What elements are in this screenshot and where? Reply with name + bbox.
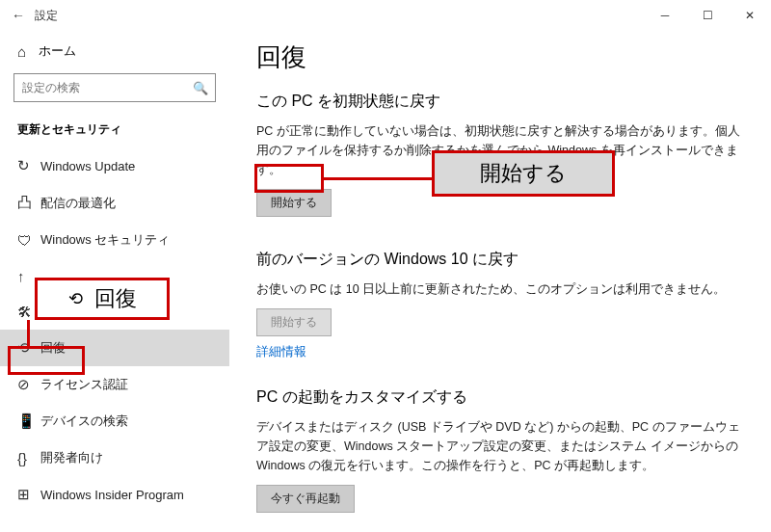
- close-button[interactable]: ✕: [729, 0, 771, 31]
- advanced-restart-button[interactable]: 今すぐ再起動: [256, 485, 355, 513]
- code-icon: {}: [17, 450, 40, 466]
- recovery-icon: ⟲: [68, 288, 83, 309]
- activation-icon: ⊘: [17, 376, 40, 393]
- sidebar-item-label: Windows Insider Program: [40, 488, 184, 502]
- delivery-icon: 凸: [17, 194, 40, 212]
- sidebar-item-insider[interactable]: ⊞ Windows Insider Program: [0, 476, 229, 513]
- sidebar-item-developers[interactable]: {} 開発者向け: [0, 439, 229, 476]
- sidebar-item-label: デバイスの検索: [40, 412, 128, 430]
- goback-start-button: 開始する: [256, 308, 332, 336]
- back-button[interactable]: ←: [12, 8, 35, 23]
- annotation-callout-recovery-label: 回復: [94, 284, 137, 313]
- goback-section-desc: お使いの PC は 10 日以上前に更新されたため、このオプションは利用できませ…: [256, 279, 744, 299]
- sync-icon: ↻: [17, 157, 40, 174]
- sidebar-item-label: 配信の最適化: [40, 195, 116, 212]
- reset-start-button[interactable]: 開始する: [256, 189, 332, 217]
- recovery-icon: ⟲: [17, 339, 40, 357]
- sidebar-item-label: Windows Update: [40, 159, 135, 173]
- shield-icon: 🛡: [17, 232, 40, 249]
- annotation-callout-start: 開始する: [432, 150, 615, 197]
- main-content: 回復 この PC を初期状態に戻す PC が正常に動作していない場合は、初期状態…: [229, 31, 771, 532]
- sidebar-item-label: 開発者向け: [40, 449, 103, 466]
- titlebar: ← 設定 ─ ☐ ✕: [0, 0, 771, 31]
- sidebar-item-windows-update[interactable]: ↻ Windows Update: [0, 147, 229, 184]
- maximize-button[interactable]: ☐: [686, 0, 729, 31]
- window-controls: ─ ☐ ✕: [644, 0, 771, 31]
- window-title: 設定: [35, 8, 58, 24]
- search-input[interactable]: [13, 73, 216, 102]
- page-title: 回復: [256, 40, 744, 74]
- sidebar-item-label: 回復: [40, 339, 66, 357]
- sidebar-home-label: ホーム: [39, 42, 76, 60]
- annotation-callout-start-label: 開始する: [480, 159, 567, 188]
- find-device-icon: 📱: [17, 412, 40, 430]
- home-icon: ⌂: [17, 43, 39, 60]
- sidebar-item-delivery-optimization[interactable]: 凸 配信の最適化: [0, 184, 229, 222]
- minimize-button[interactable]: ─: [644, 0, 686, 31]
- goback-section-title: 前のバージョンの Windows 10 に戻す: [256, 250, 744, 270]
- advanced-section-title: PC の起動をカスタマイズする: [256, 387, 744, 408]
- annotation-callout-recovery: ⟲ 回復: [35, 278, 170, 320]
- sidebar-item-label: Windows セキュリティ: [40, 231, 170, 249]
- insider-icon: ⊞: [17, 486, 40, 503]
- advanced-section-desc: デバイスまたはディスク (USB ドライブや DVD など) からの起動、PC …: [256, 417, 744, 475]
- sidebar-item-label: ライセンス認証: [40, 376, 128, 393]
- reset-section-title: この PC を初期状態に戻す: [256, 92, 744, 112]
- sidebar-section-title: 更新とセキュリティ: [0, 116, 229, 147]
- sidebar-item-activation[interactable]: ⊘ ライセンス認証: [0, 366, 229, 403]
- sidebar-item-recovery[interactable]: ⟲ 回復: [0, 330, 229, 366]
- sidebar-item-windows-security[interactable]: 🛡 Windows セキュリティ: [0, 222, 229, 258]
- goback-details-link[interactable]: 詳細情報: [256, 344, 306, 360]
- sidebar-item-find-device[interactable]: 📱 デバイスの検索: [0, 403, 229, 439]
- sidebar-home[interactable]: ⌂ ホーム: [0, 37, 229, 66]
- search-icon: 🔍: [193, 81, 208, 95]
